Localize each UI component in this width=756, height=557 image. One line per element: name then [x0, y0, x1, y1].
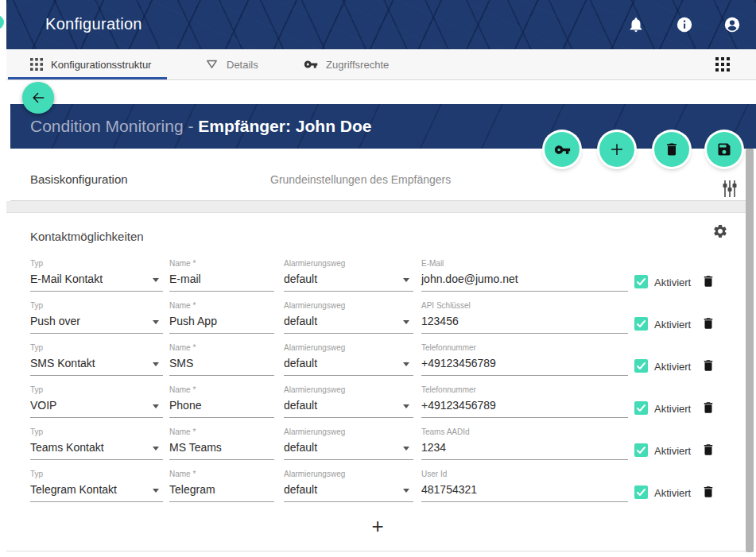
contact-value-input[interactable]: Telefonnummer +49123456789 [421, 342, 628, 376]
name-input[interactable]: Name * SMS [169, 342, 274, 376]
field-label: Name * [169, 385, 196, 394]
typ-select[interactable]: Typ Push over [30, 300, 163, 334]
field-label: Typ [30, 385, 43, 394]
field-value: Telegram [169, 483, 215, 496]
banner-title-emphasis: Empfänger: John Doe [198, 117, 371, 135]
typ-select[interactable]: Typ VOIP [30, 385, 163, 418]
typ-select[interactable]: Typ SMS Kontakt [30, 342, 163, 376]
tune-sliders-icon[interactable] [722, 180, 738, 197]
banner-title: Condition Monitoring - Empfänger: John D… [30, 104, 371, 149]
save-button[interactable] [707, 132, 742, 167]
field-label: E-Mail [421, 259, 444, 268]
chevron-down-icon [403, 278, 409, 282]
field-value: Push over [30, 315, 80, 327]
save-icon [716, 141, 732, 157]
name-input[interactable]: Name * MS Teams [169, 427, 274, 460]
field-label: Teams AADId [421, 427, 470, 436]
alarmierungsweg-select[interactable]: Alarmierungsweg default [284, 300, 413, 334]
bell-icon[interactable] [627, 16, 645, 33]
aktiviert-checkbox[interactable] [634, 401, 648, 415]
aktiviert-checkbox[interactable] [634, 359, 648, 373]
aktiviert-label: Aktiviert [654, 403, 691, 415]
basis-section-subtitle: Grundeinstellungen des Empfängers [270, 173, 451, 186]
alarmierungsweg-select[interactable]: Alarmierungsweg default [284, 342, 413, 376]
field-label: Typ [30, 301, 43, 310]
field-value: SMS [169, 357, 193, 369]
typ-select[interactable]: Typ Telegram Kontakt [30, 469, 163, 502]
field-label: Name * [169, 427, 196, 436]
field-value: default [284, 483, 317, 496]
delete-icon[interactable] [701, 358, 715, 373]
name-input[interactable]: Name * E-mail [169, 258, 274, 292]
chevron-down-icon [153, 489, 159, 493]
tab-bar: Konfigurationsstruktur Details Zugriffsr… [6, 49, 756, 80]
name-input[interactable]: Name * Telegram [169, 469, 274, 502]
delete-button[interactable] [654, 132, 689, 167]
account-icon[interactable] [723, 16, 741, 33]
settings-gear-icon[interactable] [712, 223, 728, 239]
aktiviert-checkbox[interactable] [634, 443, 648, 457]
field-label: Alarmierungsweg [284, 427, 345, 436]
info-icon[interactable] [676, 16, 693, 33]
tab-zugriffsrechte[interactable]: Zugriffsrechte [304, 49, 389, 79]
contact-row: Typ Telegram Kontakt Name * Telegram Ala… [10, 469, 746, 511]
field-value: E-Mail Kontakt [30, 273, 103, 285]
field-label: Alarmierungsweg [284, 301, 345, 310]
delete-icon[interactable] [701, 442, 715, 458]
typ-select[interactable]: Typ Teams Kontakt [30, 427, 163, 460]
chevron-down-icon [153, 362, 159, 366]
field-label: Typ [30, 259, 43, 268]
edge-fab-partial[interactable] [0, 15, 4, 29]
aktiviert-checkbox[interactable] [634, 317, 648, 331]
divider [6, 551, 754, 551]
field-value: SMS Kontakt [30, 357, 95, 369]
field-value: 123456 [421, 315, 459, 327]
alarmierungsweg-select[interactable]: Alarmierungsweg default [284, 258, 413, 292]
tab-label: Zugriffsrechte [326, 59, 389, 71]
delete-icon[interactable] [701, 315, 715, 331]
chevron-down-icon [403, 404, 409, 408]
aktiviert-checkbox[interactable] [634, 275, 648, 288]
contact-value-input[interactable]: API Schlüssel 123456 [421, 300, 628, 334]
scrollbar[interactable] [746, 149, 754, 552]
access-rights-button[interactable] [545, 132, 580, 167]
delete-icon[interactable] [701, 400, 715, 416]
back-button[interactable] [22, 82, 54, 114]
delete-icon [664, 141, 680, 157]
aktiviert-label: Aktiviert [654, 445, 691, 457]
add-button[interactable] [599, 132, 634, 167]
add-contact-button[interactable]: + [359, 512, 396, 540]
typ-select[interactable]: Typ E-Mail Kontakt [30, 258, 163, 292]
apps-grid-icon[interactable] [715, 57, 730, 72]
tab-konfigurationsstruktur[interactable]: Konfigurationsstruktur [30, 49, 151, 79]
contact-value-input[interactable]: User Id 481754321 [421, 469, 628, 502]
field-label: Typ [30, 470, 43, 478]
aktiviert-label: Aktiviert [654, 277, 691, 288]
delete-icon[interactable] [701, 484, 715, 500]
contact-value-input[interactable]: E-Mail john.doe@jumo.net [421, 258, 628, 292]
contact-value-input[interactable]: Telefonnummer +49123456789 [421, 385, 628, 418]
field-label: Alarmierungsweg [284, 385, 345, 394]
title-banner: Condition Monitoring - Empfänger: John D… [10, 104, 756, 149]
contact-rows: Typ E-Mail Kontakt Name * E-mail Alarmie… [10, 258, 746, 511]
alarmierungsweg-select[interactable]: Alarmierungsweg default [284, 469, 413, 502]
contact-value-input[interactable]: Teams AADId 1234 [421, 427, 628, 460]
field-value: default [284, 273, 317, 285]
aktiviert-checkbox[interactable] [634, 485, 648, 499]
field-label: Alarmierungsweg [284, 470, 345, 478]
chevron-down-icon [403, 362, 409, 366]
delete-icon[interactable] [701, 273, 715, 289]
field-value: Telegram Kontakt [30, 483, 117, 496]
alarmierungsweg-select[interactable]: Alarmierungsweg default [284, 385, 413, 418]
name-input[interactable]: Name * Phone [169, 385, 274, 418]
alarmierungsweg-select[interactable]: Alarmierungsweg default [284, 427, 413, 460]
field-label: Telefonnummer [421, 385, 476, 394]
field-value: 1234 [421, 441, 446, 454]
name-input[interactable]: Name * Push App [169, 300, 274, 334]
contact-row: Typ E-Mail Kontakt Name * E-mail Alarmie… [10, 258, 746, 300]
tab-details[interactable]: Details [205, 49, 258, 79]
chevron-down-icon [403, 489, 409, 493]
field-value: Push App [169, 315, 217, 327]
basis-section-title: Basiskonfiguration [30, 172, 128, 186]
field-value: default [284, 399, 317, 412]
